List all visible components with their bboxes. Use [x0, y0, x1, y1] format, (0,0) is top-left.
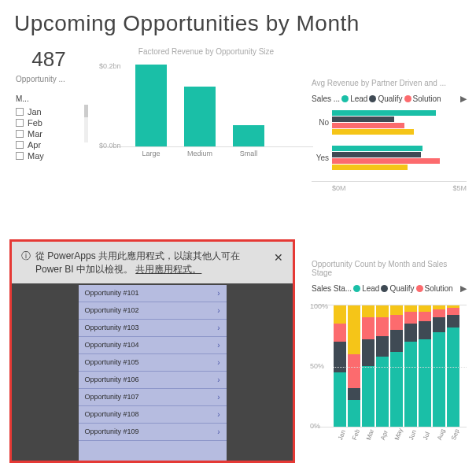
bar-segment[interactable] — [447, 308, 459, 315]
bar-segment[interactable] — [376, 305, 389, 317]
powerapps-list-item[interactable]: Opportunity #104› — [79, 337, 227, 354]
bar-segment[interactable] — [404, 312, 417, 324]
powerapps-list-item[interactable]: Opportunity #107› — [79, 389, 227, 406]
month-filter-list: Jan Feb Mar Apr May — [9, 105, 88, 163]
hbar[interactable] — [332, 129, 414, 135]
hbar[interactable] — [332, 117, 394, 122]
hbar[interactable] — [332, 158, 440, 164]
bar-segment[interactable] — [433, 332, 445, 427]
y-axis-tick: $0.0bn — [99, 142, 121, 150]
stacked-bar[interactable] — [348, 305, 360, 427]
bar-segment[interactable] — [419, 305, 431, 312]
bar-segment[interactable] — [390, 305, 403, 315]
chevron-right-icon: › — [217, 427, 220, 436]
checkbox-icon[interactable] — [16, 108, 24, 116]
legend-prefix: Sales ... — [312, 94, 340, 103]
bar-segment[interactable] — [348, 354, 360, 388]
bar-segment[interactable] — [433, 317, 445, 331]
bar-segment[interactable] — [334, 305, 346, 324]
bar-segment[interactable] — [433, 309, 445, 318]
bar-segment[interactable] — [390, 352, 403, 427]
month-filter-item[interactable]: Feb — [16, 117, 82, 128]
bar-segment[interactable] — [348, 305, 360, 354]
powerapps-list-item[interactable]: Opportunity #103› — [79, 320, 227, 337]
avg-revenue-chart: Avg Revenue by Partner Driven and ... Sa… — [308, 74, 470, 200]
legend-more-icon[interactable]: ▶ — [460, 94, 467, 104]
bar-segment[interactable] — [390, 315, 403, 329]
powerapps-list-item[interactable]: Opportunity #101› — [79, 285, 227, 302]
bar-segment[interactable] — [447, 328, 459, 427]
bar-segment[interactable] — [404, 305, 417, 312]
opportunity-label: Opportunity #104 — [85, 341, 139, 349]
bar-segment[interactable] — [348, 400, 360, 427]
legend-label: Qualify — [378, 94, 402, 103]
bar-medium[interactable] — [184, 87, 216, 146]
month-filter-item[interactable]: Apr — [16, 139, 82, 150]
legend-label: Solution — [413, 94, 441, 103]
bar-segment[interactable] — [390, 330, 403, 352]
stacked-bar[interactable] — [334, 305, 346, 427]
opportunity-label: Opportunity #107 — [85, 393, 139, 401]
checkbox-icon[interactable] — [16, 152, 24, 160]
legend-more-icon[interactable]: ▶ — [460, 283, 467, 294]
close-icon[interactable]: ✕ — [274, 250, 283, 277]
bar-segment[interactable] — [376, 336, 389, 357]
stacked-bar[interactable] — [447, 305, 459, 427]
powerapps-list-item[interactable]: Opportunity #109› — [79, 424, 227, 441]
month-filter-item[interactable]: Jan — [16, 106, 82, 117]
bar-segment[interactable] — [419, 321, 431, 339]
stacked-bar[interactable] — [419, 305, 431, 427]
bar-segment[interactable] — [362, 366, 375, 427]
x-axis-label: Jul — [422, 427, 433, 441]
hbar[interactable] — [332, 165, 408, 170]
bar-large[interactable] — [135, 65, 167, 146]
bar-segment[interactable] — [404, 324, 417, 342]
stacked-bar[interactable] — [433, 305, 445, 427]
checkbox-icon[interactable] — [16, 130, 24, 138]
legend-chip-icon — [353, 285, 360, 292]
bar-segment[interactable] — [447, 315, 459, 327]
hbar[interactable] — [332, 146, 422, 151]
checkbox-icon[interactable] — [16, 141, 24, 149]
bar-small[interactable] — [233, 125, 264, 146]
powerapps-list-item[interactable]: Opportunity #102› — [79, 302, 227, 320]
chevron-right-icon: › — [217, 393, 220, 402]
powerapps-list-item[interactable]: Opportunity #105› — [79, 354, 227, 372]
bar-segment[interactable] — [334, 372, 346, 427]
bar-segment[interactable] — [419, 312, 431, 321]
bar-segment[interactable] — [362, 339, 375, 366]
bar-segment[interactable] — [362, 305, 375, 317]
stacked-bar[interactable] — [376, 305, 389, 427]
bar-segment[interactable] — [404, 342, 417, 427]
month-label: Jan — [28, 107, 42, 117]
bar-segment[interactable] — [376, 317, 389, 335]
powerapps-banner: ⓘ 從 PowerApps 共用此應用程式，以讓其他人可在 Power BI 中… — [12, 242, 293, 283]
x-axis-label: Jan — [337, 427, 348, 441]
x-axis-label: Aug — [436, 427, 447, 441]
scrollbar[interactable] — [84, 105, 88, 142]
bar-segment[interactable] — [334, 324, 346, 342]
legend-chip-icon — [404, 95, 411, 102]
hbar[interactable] — [332, 110, 436, 116]
legend-chip-icon — [416, 285, 423, 292]
powerapps-list-item[interactable]: Opportunity #106› — [79, 372, 227, 389]
bar-segment[interactable] — [348, 388, 360, 400]
bar-segment[interactable] — [419, 339, 431, 427]
stacked-bar[interactable] — [362, 305, 375, 427]
share-app-link[interactable]: 共用應用程式。 — [135, 264, 201, 275]
month-filter-item[interactable]: Mar — [16, 128, 82, 139]
scrollbar-thumb[interactable] — [84, 105, 88, 117]
opportunity-label: Opportunity #103 — [85, 324, 139, 331]
month-filter-item[interactable]: May — [16, 150, 82, 161]
powerapps-list[interactable]: Opportunity #101›Opportunity #102›Opport… — [79, 285, 227, 461]
bar-segment[interactable] — [362, 317, 375, 339]
chevron-right-icon: › — [217, 410, 220, 419]
stacked-bar[interactable] — [404, 305, 417, 427]
month-label: Apr — [28, 140, 41, 150]
page-title: Upcoming Opportunities by Month — [0, 0, 476, 43]
hbar[interactable] — [332, 152, 421, 157]
stacked-bar[interactable] — [390, 305, 403, 427]
powerapps-list-item[interactable]: Opportunity #108› — [79, 406, 227, 424]
checkbox-icon[interactable] — [16, 119, 24, 127]
hbar[interactable] — [332, 123, 404, 128]
